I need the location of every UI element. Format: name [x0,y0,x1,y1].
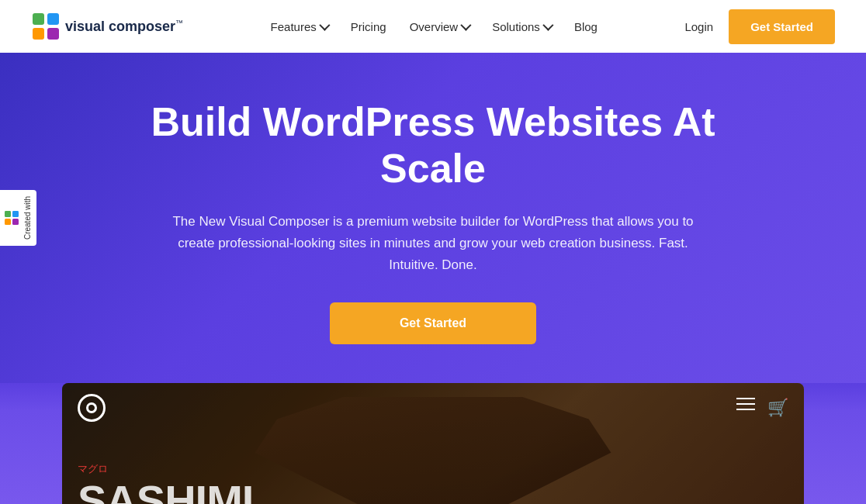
preview-logo-circle [78,394,106,422]
svg-rect-6 [5,219,11,225]
preview-big-text: SASHIMI [78,479,788,504]
preview-nav-icons: 🛒 [736,398,788,418]
chevron-down-icon [542,20,553,31]
svg-rect-4 [5,211,11,217]
preview-section: 🛒 マグロ SASHIMI [0,383,866,504]
logo-icon [31,12,61,41]
preview-card: 🛒 マグロ SASHIMI [62,383,804,504]
svg-rect-5 [12,211,19,217]
svg-rect-7 [12,219,19,225]
nav-item-features[interactable]: Features [271,20,327,33]
svg-rect-2 [33,28,44,40]
hero-section: Created with Build WordPress Websites At… [0,53,866,383]
hamburger-icon[interactable] [736,398,755,418]
login-link[interactable]: Login [684,20,713,33]
hero-subtitle: The New Visual Composer is a premium web… [169,211,697,276]
nav-item-solutions[interactable]: Solutions [492,20,551,33]
logo-area[interactable]: visual composer™ [31,12,183,41]
cart-icon[interactable]: 🛒 [767,398,788,418]
created-with-logo-icon [5,211,19,225]
chevron-down-icon [460,20,471,31]
logo-text: visual composer™ [65,19,183,35]
navbar-right: Login Get Started [684,9,835,44]
preview-logo-inner [86,402,97,413]
hero-title: Build WordPress Websites At Scale [115,99,751,192]
created-with-badge: Created with [0,190,36,246]
svg-rect-1 [47,13,59,25]
svg-rect-0 [33,13,44,25]
main-nav: Features Pricing Overview Solutions Blog [183,20,684,33]
nav-item-overview[interactable]: Overview [410,20,469,33]
get-started-button-nav[interactable]: Get Started [729,9,835,44]
navbar: visual composer™ Features Pricing Overvi… [0,0,866,53]
svg-rect-3 [47,28,59,40]
hero-cta-button[interactable]: Get Started [330,302,536,344]
nav-item-blog[interactable]: Blog [574,20,598,33]
preview-inner-navbar: 🛒 [62,383,804,433]
preview-bottom-text: マグロ SASHIMI [78,462,788,504]
preview-japanese-text: マグロ [78,462,788,476]
chevron-down-icon [319,20,330,31]
created-with-text: Created with [23,196,32,240]
nav-item-pricing[interactable]: Pricing [351,20,386,33]
